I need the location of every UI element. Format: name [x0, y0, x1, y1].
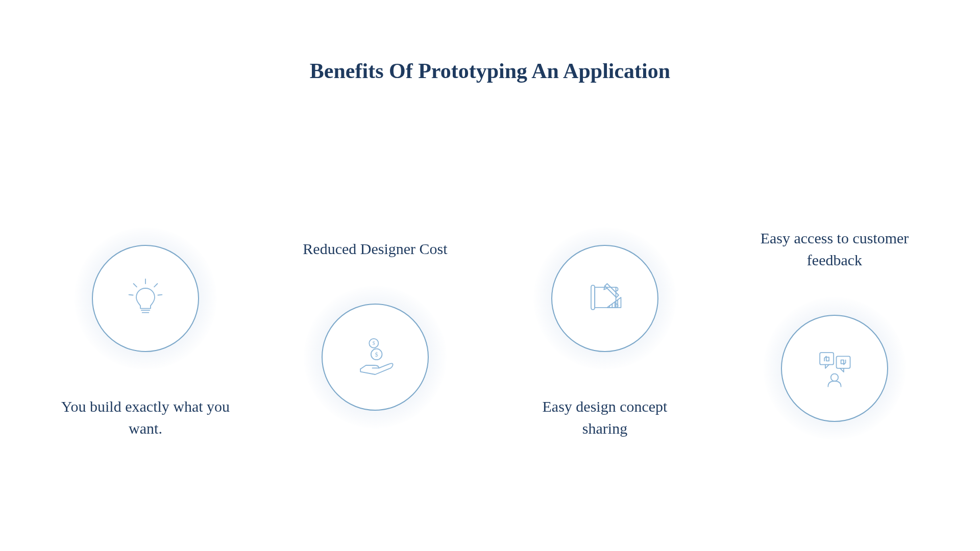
icon-wrap [763, 297, 906, 440]
lightbulb-icon [122, 274, 168, 322]
icon-circle [92, 245, 199, 352]
svg-line-4 [154, 284, 157, 287]
icon-circle: $ $ [322, 304, 429, 411]
feedback-icon [812, 344, 857, 392]
svg-rect-11 [595, 287, 616, 308]
benefit-item: You build exactly what you want. [35, 227, 256, 440]
icon-circle [781, 315, 888, 422]
benefit-text: Reduced Designer Cost [303, 238, 447, 260]
page-title: Benefits Of Prototyping An Application [0, 0, 980, 83]
blueprint-icon [582, 274, 628, 322]
svg-text:$: $ [375, 352, 378, 358]
money-hand-icon: $ $ [352, 333, 398, 381]
svg-rect-17 [837, 356, 850, 368]
benefit-item: Reduced Designer Cost $ $ [265, 238, 485, 429]
benefit-text: You build exactly what you want. [59, 395, 232, 440]
benefit-item: Easy design concept sharing [495, 227, 715, 440]
icon-wrap: $ $ [304, 286, 447, 429]
benefits-row: You build exactly what you want. Reduced… [0, 83, 980, 532]
svg-line-6 [158, 294, 162, 295]
icon-circle [551, 245, 658, 352]
svg-line-5 [129, 294, 133, 295]
icon-wrap [533, 227, 676, 370]
icon-wrap [74, 227, 217, 370]
svg-line-3 [134, 284, 137, 287]
benefit-text: Easy access to customer feedback [748, 227, 921, 271]
benefit-item: Easy access to customer feedback [724, 227, 945, 440]
benefit-text: Easy design concept sharing [518, 395, 692, 440]
svg-text:$: $ [373, 340, 375, 346]
svg-point-18 [831, 373, 838, 381]
